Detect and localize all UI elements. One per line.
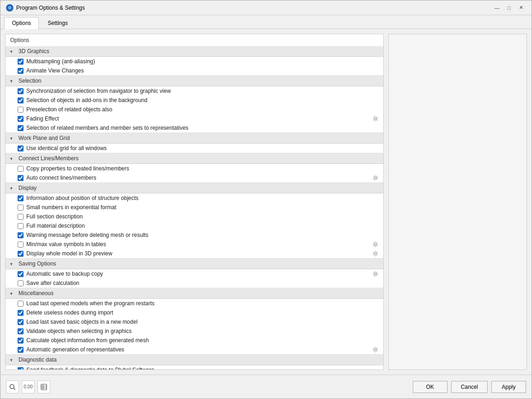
search-icon-button[interactable] — [6, 381, 19, 393]
option-checkbox[interactable] — [18, 205, 24, 211]
option-checkbox[interactable] — [18, 145, 24, 151]
option-text: Warning message before deleting mesh or … — [26, 232, 148, 238]
option-checkbox[interactable] — [18, 195, 24, 201]
option-label[interactable]: Copy properties to created lines/members — [18, 165, 379, 172]
option-checkbox[interactable] — [18, 271, 24, 277]
option-row: Automatic generation of representatives — [6, 345, 383, 354]
option-checkbox[interactable] — [18, 280, 24, 286]
option-checkbox[interactable] — [18, 301, 24, 307]
gear-icon[interactable] — [372, 115, 379, 122]
option-label[interactable]: Selection of related members and member … — [18, 125, 379, 131]
option-label[interactable]: Delete useless nodes during import — [18, 309, 379, 316]
option-text: Selection of related members and member … — [26, 125, 188, 131]
section-header-saving-options[interactable]: ▾Saving Options — [6, 259, 383, 269]
option-label[interactable]: Min/max value symbols in tables — [18, 241, 379, 248]
option-row: Information about position of structure … — [6, 193, 383, 203]
maximize-button[interactable]: □ — [504, 3, 514, 13]
option-label[interactable]: Full section description — [18, 213, 379, 220]
section-label: Selection — [18, 78, 41, 84]
options-scroll[interactable]: ▾3D GraphicsMultisampling (anti-aliasing… — [6, 46, 383, 369]
ok-button[interactable]: OK — [413, 381, 447, 393]
svg-point-2 — [375, 243, 377, 246]
option-label[interactable]: Preselection of related objects also — [18, 106, 379, 113]
gear-icon[interactable] — [372, 250, 379, 257]
option-checkbox[interactable] — [18, 214, 24, 220]
option-checkbox[interactable] — [18, 367, 24, 370]
app-icon: ⚙ — [6, 4, 13, 12]
option-label[interactable]: Multisampling (anti-aliasing) — [18, 58, 379, 65]
option-checkbox[interactable] — [18, 338, 24, 344]
option-text: Fading Effect — [26, 115, 59, 122]
option-label[interactable]: Small numbers in exponential format — [18, 204, 379, 211]
option-checkbox[interactable] — [18, 328, 24, 334]
option-checkbox[interactable] — [18, 125, 24, 131]
option-row: Load last saved basic objects in a new m… — [6, 317, 383, 326]
option-label[interactable]: Warning message before deleting mesh or … — [18, 232, 379, 238]
option-label[interactable]: Auto connect lines/members — [18, 175, 379, 181]
option-checkbox[interactable] — [18, 242, 24, 248]
option-label[interactable]: Validate objects when selecting in graph… — [18, 328, 379, 334]
option-label[interactable]: Selection of objects in add-ons in the b… — [18, 97, 379, 103]
data-icon-button[interactable]: 0.00 — [22, 381, 35, 393]
option-checkbox[interactable] — [18, 175, 24, 181]
table-icon-button[interactable] — [37, 381, 50, 393]
option-checkbox[interactable] — [18, 319, 24, 325]
svg-point-4 — [375, 273, 377, 275]
option-row: Display whole model in 3D preview — [6, 249, 383, 258]
option-checkbox[interactable] — [18, 88, 24, 94]
section-label: Miscellaneous — [18, 290, 54, 296]
close-button[interactable]: ✕ — [516, 3, 526, 13]
option-label[interactable]: Automatic save to backup copy — [18, 271, 379, 277]
option-label[interactable]: Display whole model in 3D preview — [18, 250, 379, 257]
option-text: Information about position of structure … — [26, 195, 139, 201]
option-text: Min/max value symbols in tables — [26, 241, 106, 248]
gear-icon[interactable] — [372, 346, 379, 353]
option-checkbox[interactable] — [18, 251, 24, 257]
option-checkbox[interactable] — [18, 116, 24, 122]
section-header-work-plane-grid[interactable]: ▾Work Plane and Grid — [6, 133, 383, 144]
option-label[interactable]: Fading Effect — [18, 115, 379, 122]
svg-point-3 — [375, 253, 377, 255]
option-row: Fading Effect — [6, 114, 383, 123]
option-checkbox[interactable] — [18, 59, 24, 65]
section-header-3d-graphics[interactable]: ▾3D Graphics — [6, 46, 383, 57]
apply-button[interactable]: Apply — [491, 381, 526, 393]
option-row: Small numbers in exponential format — [6, 203, 383, 212]
option-label[interactable]: Full material description — [18, 223, 379, 229]
gear-icon[interactable] — [372, 175, 379, 181]
cancel-button[interactable]: Cancel — [451, 381, 488, 393]
tab-settings[interactable]: Settings — [40, 17, 75, 29]
option-checkbox[interactable] — [18, 232, 24, 238]
option-row: Preselection of related objects also — [6, 105, 383, 114]
option-label[interactable]: Save after calculation — [18, 280, 379, 286]
section-header-display[interactable]: ▾Display — [6, 183, 383, 193]
option-checkbox[interactable] — [18, 107, 24, 113]
option-checkbox[interactable] — [18, 97, 24, 103]
minimize-button[interactable]: — — [492, 3, 502, 13]
option-label[interactable]: Load last saved basic objects in a new m… — [18, 319, 379, 325]
section-header-diagnostic-data[interactable]: ▾Diagnostic data — [6, 355, 383, 365]
section-content-selection: Synchronization of selection from naviga… — [6, 86, 383, 133]
option-checkbox[interactable] — [18, 68, 24, 74]
option-label[interactable]: Synchronization of selection from naviga… — [18, 88, 379, 94]
section-header-selection[interactable]: ▾Selection — [6, 76, 383, 86]
svg-point-1 — [375, 177, 377, 179]
option-label[interactable]: Calculate object information from genera… — [18, 337, 379, 344]
option-label[interactable]: Send feedback & diagnostic data to Dluba… — [18, 367, 379, 369]
option-label[interactable]: Use identical grid for all windows — [18, 145, 379, 151]
option-label[interactable]: Automatic generation of representatives — [18, 346, 379, 353]
option-label[interactable]: Load last opened models when the program… — [18, 300, 379, 307]
gear-icon[interactable] — [372, 241, 379, 248]
gear-icon[interactable] — [372, 271, 379, 277]
tab-options[interactable]: Options — [4, 17, 39, 29]
option-checkbox[interactable] — [18, 347, 24, 353]
option-checkbox[interactable] — [18, 166, 24, 172]
section-header-connect-lines[interactable]: ▾Connect Lines/Members — [6, 153, 383, 164]
option-text: Automatic save to backup copy — [26, 271, 103, 277]
option-checkbox[interactable] — [18, 223, 24, 229]
section-header-miscellaneous[interactable]: ▾Miscellaneous — [6, 288, 383, 299]
option-checkbox[interactable] — [18, 310, 24, 316]
option-label[interactable]: Animate View Changes — [18, 67, 379, 74]
option-label[interactable]: Information about position of structure … — [18, 195, 379, 201]
window-title: Program Options & Settings — [16, 5, 85, 11]
